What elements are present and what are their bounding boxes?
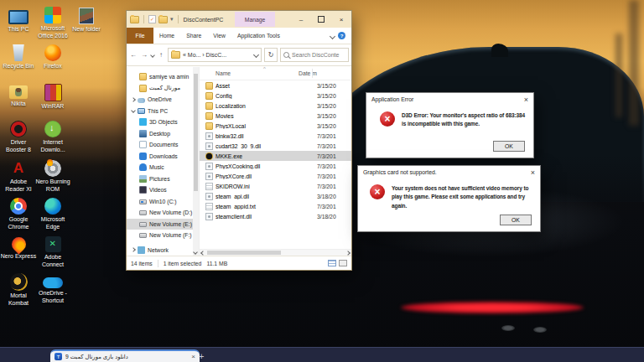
desktop-icon-mortal-kombat[interactable]: Mortal Kombat — [0, 272, 37, 308]
ok-button[interactable]: OK — [500, 215, 532, 225]
file-row[interactable]: SKIDROW.ini7/3/201 — [200, 181, 351, 191]
details-view-icon[interactable] — [328, 260, 336, 266]
file-row[interactable]: steam_api.dll3/18/20 — [200, 191, 351, 201]
search-box[interactable]: Search DiscConte — [280, 48, 349, 62]
chevron-right-icon[interactable] — [131, 97, 136, 102]
file-row[interactable]: PhysXLocal3/15/20 — [200, 121, 351, 131]
tab-application-tools[interactable]: Application Tools — [231, 28, 286, 44]
desktop-icon-onedrive[interactable]: OneDrive - Shortcut — [34, 272, 71, 305]
desktop-icon-label: New folder — [68, 26, 105, 34]
scroll-right-icon[interactable] — [345, 251, 351, 256]
desktop-icon-edge[interactable]: Microsoft Edge — [34, 197, 71, 231]
file-row[interactable]: Localization3/15/20 — [200, 101, 351, 111]
chevron-down-icon[interactable] — [131, 108, 136, 113]
file-row[interactable]: cudart32_30_9.dll7/3/201 — [200, 141, 351, 151]
scroll-left-icon[interactable] — [200, 251, 205, 256]
file-row[interactable]: steam_appid.txt7/3/201 — [200, 201, 351, 211]
nav-item-videos[interactable]: Videos — [127, 184, 199, 196]
qat-dropdown-icon[interactable]: ▾ — [170, 16, 174, 23]
expand-ribbon-icon[interactable] — [330, 34, 335, 39]
new-tab-button[interactable]: + — [199, 352, 204, 361]
tab-file[interactable]: File — [127, 28, 153, 44]
nav-item-desktop[interactable]: Desktop — [127, 128, 199, 140]
maximize-button[interactable] — [311, 11, 331, 28]
nav-item-this-pc[interactable]: This PC — [127, 106, 199, 117]
nav-item-downloads[interactable]: Downloads — [127, 151, 199, 163]
nav-item-pictures[interactable]: Pictures — [127, 173, 199, 185]
nav-scrollbar[interactable] — [193, 67, 199, 256]
desktop-icon-adobe-connect[interactable]: Adobe Connect — [34, 235, 71, 269]
file-row[interactable]: binkw32.dll7/3/201 — [200, 131, 351, 141]
close-button[interactable]: × — [331, 11, 351, 28]
desktop-icon-recycle-bin[interactable]: Recycle Bin — [0, 44, 37, 70]
nav-item-win10-c[interactable]: Win10 (C:) — [127, 196, 199, 208]
desktop-icon-nero-burning-rom[interactable]: Nero Burning ROM — [34, 159, 71, 194]
desktop-icon-nero-express[interactable]: Nero Express — [0, 235, 37, 261]
desktop-icon-adobe-reader[interactable]: A Adobe Reader XI — [0, 159, 37, 194]
ok-button[interactable]: OK — [493, 141, 525, 152]
nav-item-new-volume-f[interactable]: New Volume (F:) — [127, 230, 199, 241]
scrollbar-thumb[interactable] — [207, 251, 281, 255]
file-row[interactable]: Asset3/15/20 — [200, 80, 351, 90]
breadcrumb[interactable]: « Mo... › DiscC... — [183, 52, 226, 58]
properties-check-icon[interactable]: ✓ — [148, 15, 156, 23]
nav-item-music[interactable]: Music — [127, 162, 199, 173]
browser-tab[interactable]: T دانلود بازی مورتال کمبت 9 × — [50, 349, 200, 362]
chevron-right-icon[interactable] — [131, 247, 136, 252]
tab-close-icon[interactable]: × — [191, 353, 195, 360]
folder-icon — [205, 92, 213, 100]
desktop-icon-nikita[interactable]: Nikita — [0, 82, 37, 108]
help-icon[interactable]: ? — [338, 32, 345, 39]
thumbnails-view-icon[interactable] — [339, 260, 347, 266]
navigation-pane: samiye va amin مورتال کمبت OneDrive This… — [127, 67, 199, 256]
browser-tab-strip: T دانلود بازی مورتال کمبت 9 × + — [0, 347, 644, 362]
desktop-icon-driver-booster[interactable]: Driver Booster 8 — [0, 120, 37, 154]
column-divider[interactable] — [312, 69, 313, 78]
address-box[interactable]: « Mo... › DiscC... — [168, 48, 262, 62]
nav-item-samiye-va-amin[interactable]: samiye va amin — [127, 71, 199, 83]
tab-home[interactable]: Home — [153, 28, 180, 44]
up-button[interactable]: ↑ — [157, 51, 165, 59]
desktop-icon-chrome[interactable]: Google Chrome — [0, 197, 37, 231]
desktop-icon-winrar[interactable]: WinRAR — [34, 82, 71, 111]
nav-item-network[interactable]: Network — [127, 245, 199, 256]
desktop-icon-firefox[interactable]: Firefox — [34, 44, 71, 70]
new-folder-icon[interactable] — [158, 16, 168, 23]
scroll-down-icon[interactable] — [193, 250, 198, 255]
recent-locations-icon[interactable] — [150, 53, 155, 58]
column-header-name[interactable]: Name — [200, 70, 293, 76]
address-dropdown-icon[interactable] — [253, 52, 259, 58]
desktop-icon-new-folder[interactable]: New folder — [68, 6, 105, 34]
file-row[interactable]: PhysXCooking.dll7/3/201 — [200, 161, 351, 171]
forward-button[interactable]: → — [140, 51, 148, 59]
scrollbar-thumb[interactable] — [194, 74, 198, 191]
desktop-icon-office[interactable]: Microsoft Office 2016 — [34, 6, 71, 40]
file-row[interactable]: Config3/15/20 — [200, 90, 351, 101]
nav-item-documents[interactable]: Documents — [127, 139, 199, 151]
nero-express-icon — [8, 234, 29, 254]
minimize-button[interactable]: – — [291, 11, 311, 28]
file-row[interactable]: Movies3/15/20 — [200, 111, 351, 121]
nav-item-new-volume-e[interactable]: New Volume (E:) — [127, 219, 199, 230]
nav-item-onedrive[interactable]: OneDrive — [127, 94, 199, 106]
nav-item-3d-objects[interactable]: 3D Objects — [127, 116, 199, 128]
file-row[interactable]: PhysXCore.dll7/3/201 — [200, 171, 351, 181]
this-pc-icon — [8, 10, 29, 24]
file-row[interactable]: steamclient.dll3/18/20 — [200, 211, 351, 221]
nav-item-new-volume-d[interactable]: New Volume (D:) — [127, 207, 199, 219]
desktop-icon-idm[interactable]: Internet Downlo... — [34, 120, 71, 154]
nav-item-mortal-kombat-folder[interactable]: مورتال کمبت — [127, 83, 199, 95]
refresh-button[interactable]: ↻ — [264, 48, 278, 62]
file-row-selected[interactable]: MKKE.exe7/3/201 — [200, 151, 351, 161]
search-icon — [283, 52, 289, 58]
back-button[interactable]: ← — [129, 51, 138, 59]
column-header-date[interactable]: Date m — [293, 70, 317, 76]
close-icon[interactable]: × — [531, 168, 535, 177]
close-icon[interactable]: × — [524, 96, 528, 104]
error-icon: × — [380, 111, 395, 127]
tab-view[interactable]: View — [207, 28, 231, 44]
tab-share[interactable]: Share — [180, 28, 207, 44]
dll-file-icon — [205, 142, 213, 150]
manage-contextual-tab[interactable]: Manage — [235, 12, 275, 27]
desktop-icon-this-pc[interactable]: This PC — [0, 6, 37, 34]
